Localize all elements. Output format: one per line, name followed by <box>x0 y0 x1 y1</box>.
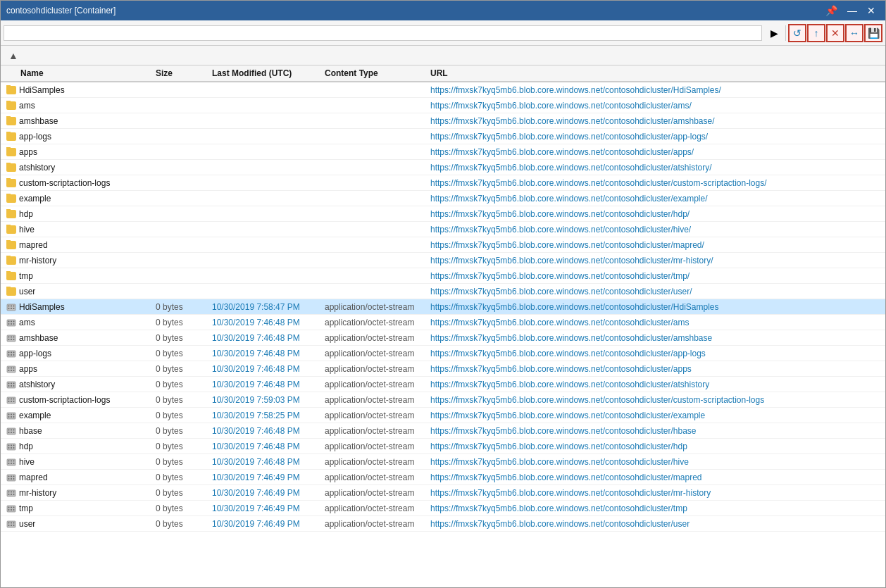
list-item[interactable]: ams https://fmxsk7kyq5mb6.blob.core.wind… <box>1 98 885 113</box>
row-name: amshbase <box>1 333 156 343</box>
list-item[interactable]: hdp 0 bytes 10/30/2019 7:46:48 PM applic… <box>1 439 885 454</box>
list-item[interactable]: hbase 0 bytes 10/30/2019 7:46:48 PM appl… <box>1 423 885 439</box>
svg-point-17 <box>13 336 15 337</box>
row-modified: 10/30/2019 7:58:47 PM <box>212 302 325 312</box>
svg-point-25 <box>8 354 10 356</box>
row-modified: 10/30/2019 7:46:49 PM <box>212 488 325 498</box>
row-size: 0 bytes <box>156 333 212 343</box>
list-item[interactable]: mapred 0 bytes 10/30/2019 7:46:49 PM app… <box>1 470 885 485</box>
row-url: https://fmxsk7kyq5mb6.blob.core.windows.… <box>430 473 885 482</box>
row-type: application/octet-stream <box>325 380 430 389</box>
row-type: application/octet-stream <box>325 488 430 498</box>
svg-point-31 <box>13 367 15 368</box>
svg-point-58 <box>11 429 12 430</box>
row-type: application/octet-stream <box>325 442 430 451</box>
row-name: hdp <box>1 442 156 451</box>
folder-icon <box>6 287 16 296</box>
svg-rect-35 <box>7 382 15 388</box>
row-size: 0 bytes <box>156 411 212 420</box>
row-type: application/octet-stream <box>325 302 430 312</box>
svg-point-45 <box>13 398 15 399</box>
folder-rows: HdiSamples https://fmxsk7kyq5mb6.blob.co… <box>1 82 885 299</box>
row-size: 0 bytes <box>156 318 212 327</box>
list-item[interactable]: mr-history 0 bytes 10/30/2019 7:46:49 PM… <box>1 485 885 501</box>
title-bar-controls: 📌 — ✕ <box>821 4 880 17</box>
list-item[interactable]: mr-history https://fmxsk7kyq5mb6.blob.co… <box>1 253 885 268</box>
row-type: application/octet-stream <box>325 519 430 529</box>
svg-point-50 <box>8 413 10 415</box>
list-item[interactable]: tmp https://fmxsk7kyq5mb6.blob.core.wind… <box>1 268 885 284</box>
svg-point-4 <box>8 308 10 309</box>
row-url: https://fmxsk7kyq5mb6.blob.core.windows.… <box>430 209 885 219</box>
list-item[interactable]: amshbase 0 bytes 10/30/2019 7:46:48 PM a… <box>1 330 885 346</box>
list-item[interactable]: hive 0 bytes 10/30/2019 7:46:48 PM appli… <box>1 454 885 470</box>
list-item[interactable]: atshistory 0 bytes 10/30/2019 7:46:48 PM… <box>1 377 885 392</box>
blob-icon <box>6 503 16 513</box>
svg-point-43 <box>8 398 10 399</box>
svg-point-53 <box>8 416 10 418</box>
svg-rect-91 <box>7 506 15 512</box>
row-url: https://fmxsk7kyq5mb6.blob.core.windows.… <box>430 457 885 467</box>
list-item[interactable]: user https://fmxsk7kyq5mb6.blob.core.win… <box>1 284 885 299</box>
svg-point-86 <box>11 491 12 492</box>
minimize-button[interactable]: — <box>843 4 861 17</box>
row-type: application/octet-stream <box>325 473 430 482</box>
run-button[interactable]: ▶ <box>765 24 783 42</box>
list-item[interactable]: amshbase https://fmxsk7kyq5mb6.blob.core… <box>1 113 885 129</box>
svg-rect-49 <box>7 413 15 419</box>
list-item[interactable]: tmp 0 bytes 10/30/2019 7:46:49 PM applic… <box>1 501 885 516</box>
list-item[interactable]: custom-scriptaction-logs https://fmxsk7k… <box>1 175 885 191</box>
column-headers: Name Size Last Modified (UTC) Content Ty… <box>1 65 885 82</box>
upload-button[interactable]: ↑ <box>807 24 825 42</box>
list-item[interactable]: example 0 bytes 10/30/2019 7:58:25 PM ap… <box>1 408 885 423</box>
list-item[interactable]: ams 0 bytes 10/30/2019 7:46:48 PM applic… <box>1 315 885 330</box>
list-item[interactable]: apps 0 bytes 10/30/2019 7:46:48 PM appli… <box>1 361 885 377</box>
list-item[interactable]: hive https://fmxsk7kyq5mb6.blob.core.win… <box>1 222 885 237</box>
row-url: https://fmxsk7kyq5mb6.blob.core.windows.… <box>430 302 885 312</box>
list-item[interactable]: example https://fmxsk7kyq5mb6.blob.core.… <box>1 191 885 206</box>
pin-button[interactable]: 📌 <box>821 4 842 17</box>
svg-point-18 <box>8 339 10 340</box>
refresh-button[interactable]: ↺ <box>788 24 806 42</box>
svg-point-30 <box>11 367 12 368</box>
col-header-type: Content Type <box>325 68 430 78</box>
list-item[interactable]: mapred https://fmxsk7kyq5mb6.blob.core.w… <box>1 237 885 253</box>
list-item[interactable]: app-logs 0 bytes 10/30/2019 7:46:48 PM a… <box>1 346 885 361</box>
svg-rect-98 <box>7 521 15 527</box>
svg-point-51 <box>11 413 12 415</box>
svg-point-60 <box>8 432 10 433</box>
list-item[interactable]: apps https://fmxsk7kyq5mb6.blob.core.win… <box>1 144 885 160</box>
list-item[interactable]: hdp https://fmxsk7kyq5mb6.blob.core.wind… <box>1 206 885 222</box>
row-size: 0 bytes <box>156 442 212 451</box>
cancel-button[interactable]: ✕ <box>826 24 844 42</box>
connect-button[interactable]: ↔ <box>845 24 863 42</box>
svg-point-8 <box>8 320 10 322</box>
list-item[interactable]: HdiSamples https://fmxsk7kyq5mb6.blob.co… <box>1 82 885 98</box>
row-type: application/octet-stream <box>325 457 430 467</box>
row-url: https://fmxsk7kyq5mb6.blob.core.windows.… <box>430 395 885 405</box>
svg-point-57 <box>8 429 10 430</box>
title-bar: contosohdicluster [Container] 📌 — ✕ <box>1 1 885 20</box>
svg-point-33 <box>11 370 12 371</box>
svg-point-9 <box>11 320 12 322</box>
svg-point-89 <box>11 494 12 495</box>
save-button[interactable]: 💾 <box>864 24 882 42</box>
svg-point-24 <box>13 351 15 353</box>
row-name: hdp <box>1 209 156 219</box>
nav-up-button[interactable]: ▲ <box>6 49 20 63</box>
close-button[interactable]: ✕ <box>863 4 880 17</box>
search-input[interactable] <box>4 25 762 41</box>
svg-point-34 <box>13 370 15 371</box>
folder-icon <box>6 241 16 249</box>
list-item[interactable]: atshistory https://fmxsk7kyq5mb6.blob.co… <box>1 160 885 175</box>
list-item[interactable]: user 0 bytes 10/30/2019 7:46:49 PM appli… <box>1 516 885 532</box>
list-item[interactable]: HdiSamples 0 bytes 10/30/2019 7:58:47 PM… <box>1 299 885 315</box>
svg-point-64 <box>8 444 10 446</box>
list-item[interactable]: app-logs https://fmxsk7kyq5mb6.blob.core… <box>1 129 885 144</box>
list-item[interactable]: custom-scriptaction-logs 0 bytes 10/30/2… <box>1 392 885 408</box>
row-size: 0 bytes <box>156 457 212 467</box>
row-url: https://fmxsk7kyq5mb6.blob.core.windows.… <box>430 271 885 281</box>
row-size: 0 bytes <box>156 380 212 389</box>
row-url: https://fmxsk7kyq5mb6.blob.core.windows.… <box>430 442 885 451</box>
svg-point-67 <box>8 447 10 449</box>
